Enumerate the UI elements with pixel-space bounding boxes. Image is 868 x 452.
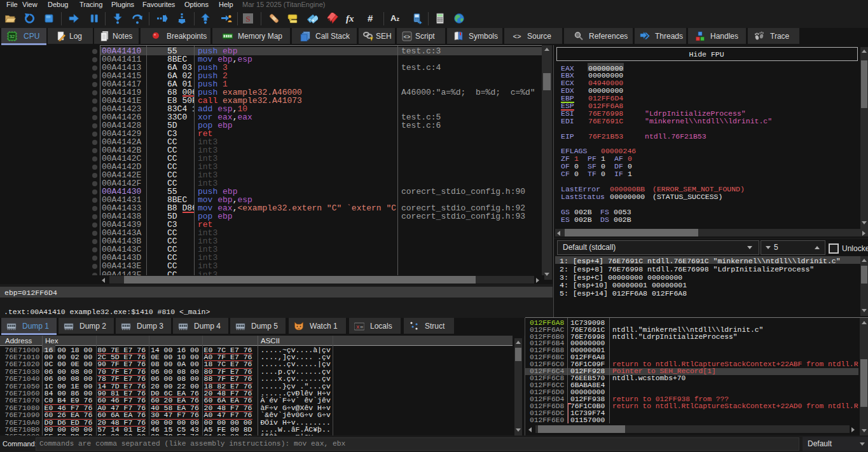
- svg-text:<>: <>: [404, 34, 411, 41]
- svg-text:<>: <>: [513, 33, 521, 41]
- svg-text:32: 32: [10, 34, 15, 39]
- svg-text:x: x: [356, 324, 359, 331]
- svg-text:=: =: [360, 324, 363, 331]
- svg-text:S: S: [245, 14, 250, 24]
